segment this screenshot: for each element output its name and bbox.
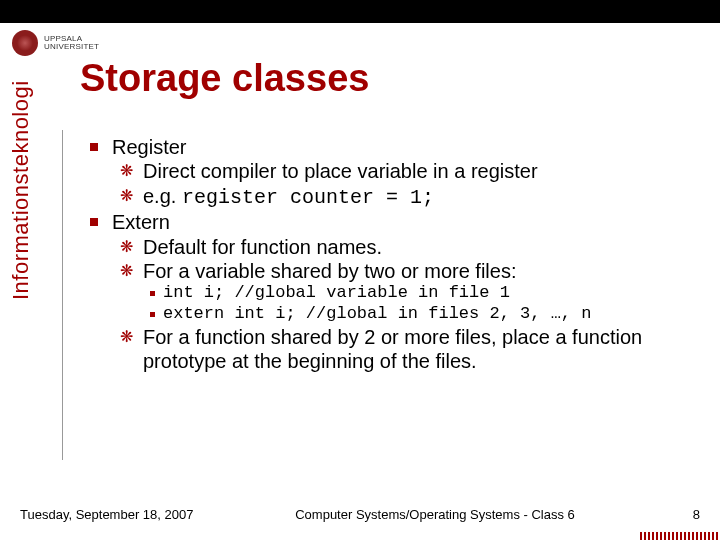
- bullet-extern-sub1-text: Default for function names.: [143, 235, 382, 259]
- code-line-2: extern int i; //global in files 2, 3, …,…: [150, 304, 700, 325]
- slide-content: Register ❋ Direct compiler to place vari…: [90, 135, 700, 374]
- slide-title: Storage classes: [0, 57, 720, 100]
- bullet-register-sub1-text: Direct compiler to place variable in a r…: [143, 159, 538, 183]
- footer-page-number: 8: [670, 507, 700, 522]
- footer-date: Tuesday, September 18, 2007: [20, 507, 200, 522]
- vertical-divider: [62, 130, 63, 460]
- bullet-extern-sub2: ❋ For a variable shared by two or more f…: [120, 259, 700, 283]
- bullet-register-sub1: ❋ Direct compiler to place variable in a…: [120, 159, 700, 183]
- university-name-line2: UNIVERSITET: [44, 43, 99, 51]
- bullet-register-label: Register: [112, 135, 186, 159]
- bullet-register-sub2: ❋ e.g. register counter = 1;: [120, 184, 700, 210]
- code-line-2-text: extern int i; //global in files 2, 3, …,…: [163, 304, 591, 325]
- small-square-bullet-icon: [150, 312, 155, 317]
- slide-footer: Tuesday, September 18, 2007 Computer Sys…: [20, 507, 700, 522]
- bullet-register-sub2-prefix: e.g.: [143, 185, 182, 207]
- bullet-extern-label: Extern: [112, 210, 170, 234]
- bullet-extern-sub1: ❋ Default for function names.: [120, 235, 700, 259]
- bullet-extern: Extern: [90, 210, 700, 234]
- flower-bullet-icon: ❋: [120, 186, 133, 210]
- bullet-register: Register: [90, 135, 700, 159]
- square-bullet-icon: [90, 143, 98, 151]
- bullet-extern-sub2-text: For a variable shared by two or more fil…: [143, 259, 517, 283]
- code-line-1: int i; //global variable in file 1: [150, 283, 700, 304]
- bullet-register-sub2-text: e.g. register counter = 1;: [143, 184, 434, 210]
- flower-bullet-icon: ❋: [120, 261, 133, 283]
- university-name: UPPSALA UNIVERSITET: [44, 35, 99, 51]
- footer-center: Computer Systems/Operating Systems - Cla…: [200, 507, 670, 522]
- flower-bullet-icon: ❋: [120, 327, 133, 374]
- top-black-bar: [0, 0, 720, 23]
- small-square-bullet-icon: [150, 291, 155, 296]
- decorative-stripe: [640, 532, 720, 540]
- uppsala-seal-icon: [12, 30, 38, 56]
- sidebar-vertical-label: Informationsteknologi: [8, 80, 34, 300]
- bullet-extern-sub3-text: For a function shared by 2 or more files…: [143, 325, 700, 374]
- bullet-extern-sub3: ❋ For a function shared by 2 or more fil…: [120, 325, 700, 374]
- square-bullet-icon: [90, 218, 98, 226]
- bullet-register-sub2-code: register counter = 1;: [182, 186, 434, 209]
- code-line-1-text: int i; //global variable in file 1: [163, 283, 510, 304]
- flower-bullet-icon: ❋: [120, 237, 133, 259]
- flower-bullet-icon: ❋: [120, 161, 133, 183]
